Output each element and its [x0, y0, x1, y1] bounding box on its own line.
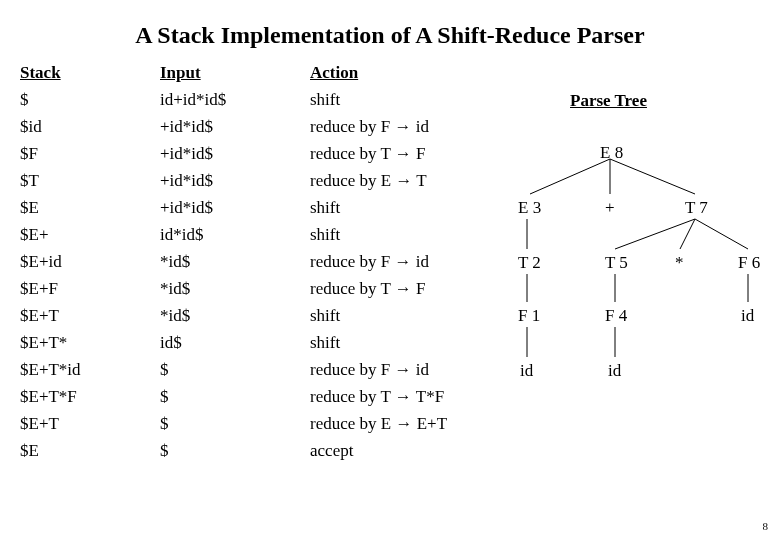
- svg-line-8: [695, 219, 748, 249]
- cell: $E+T*id: [20, 356, 160, 383]
- cell: $: [20, 86, 160, 113]
- tree-node-E3: E 3: [518, 194, 541, 221]
- tree-node-id-b: id: [608, 357, 621, 384]
- tree-node-E8: E 8: [600, 139, 623, 166]
- cell: $F: [20, 140, 160, 167]
- cell: *id$: [160, 275, 310, 302]
- cell: reduce by E → T: [310, 167, 500, 194]
- tree-node-F1: F 1: [518, 302, 540, 329]
- svg-line-0: [530, 159, 610, 194]
- tree-node-star: *: [675, 249, 684, 276]
- action-header: Action: [310, 59, 500, 86]
- cell: reduce by F → id: [310, 356, 500, 383]
- cell: *id$: [160, 248, 310, 275]
- cell: $E+T: [20, 410, 160, 437]
- cell: shift: [310, 86, 500, 113]
- cell: $E: [20, 437, 160, 464]
- cell: reduce by T → T*F: [310, 383, 500, 410]
- cell: +id*id$: [160, 140, 310, 167]
- cell: $E+: [20, 221, 160, 248]
- cell: $: [160, 410, 310, 437]
- tree-node-T7: T 7: [685, 194, 708, 221]
- cell: id$: [160, 329, 310, 356]
- tree-node-F4: F 4: [605, 302, 627, 329]
- cell: reduce by T → F: [310, 140, 500, 167]
- cell: id+id*id$: [160, 86, 310, 113]
- tree-node-F6: F 6: [738, 249, 760, 276]
- cell: reduce by F → id: [310, 248, 500, 275]
- cell: $E+id: [20, 248, 160, 275]
- cell: $id: [20, 113, 160, 140]
- cell: $E: [20, 194, 160, 221]
- cell: $E+F: [20, 275, 160, 302]
- tree-node-T5: T 5: [605, 249, 628, 276]
- cell: shift: [310, 221, 500, 248]
- action-column: Action shift reduce by F → id reduce by …: [310, 59, 500, 464]
- cell: $E+T: [20, 302, 160, 329]
- tree-node-T2: T 2: [518, 249, 541, 276]
- cell: id*id$: [160, 221, 310, 248]
- stack-header: Stack: [20, 59, 160, 86]
- parse-tree-area: Parse Tree E 8 E 3 + T 7: [500, 59, 780, 464]
- cell: reduce by T → F: [310, 275, 500, 302]
- main-content: Stack $ $id $F $T $E $E+ $E+id $E+F $E+T…: [0, 59, 780, 464]
- cell: $E+T*: [20, 329, 160, 356]
- cell: $: [160, 437, 310, 464]
- input-header: Input: [160, 59, 310, 86]
- cell: $: [160, 383, 310, 410]
- cell: shift: [310, 194, 500, 221]
- cell: +id*id$: [160, 113, 310, 140]
- cell: reduce by E → E+T: [310, 410, 500, 437]
- stack-column: Stack $ $id $F $T $E $E+ $E+id $E+F $E+T…: [20, 59, 160, 464]
- cell: $E+T*F: [20, 383, 160, 410]
- cell: shift: [310, 302, 500, 329]
- page-number: 8: [763, 520, 769, 532]
- cell: $T: [20, 167, 160, 194]
- cell: accept: [310, 437, 500, 464]
- svg-line-6: [615, 219, 695, 249]
- cell: *id$: [160, 302, 310, 329]
- cell: +id*id$: [160, 194, 310, 221]
- cell: $: [160, 356, 310, 383]
- tree-node-id-r: id: [741, 302, 754, 329]
- tree-node-id-a: id: [520, 357, 533, 384]
- cell: reduce by F → id: [310, 113, 500, 140]
- page-title: A Stack Implementation of A Shift-Reduce…: [0, 0, 780, 59]
- tree-node-plus: +: [605, 194, 615, 221]
- cell: +id*id$: [160, 167, 310, 194]
- input-column: Input id+id*id$ +id*id$ +id*id$ +id*id$ …: [160, 59, 310, 464]
- cell: shift: [310, 329, 500, 356]
